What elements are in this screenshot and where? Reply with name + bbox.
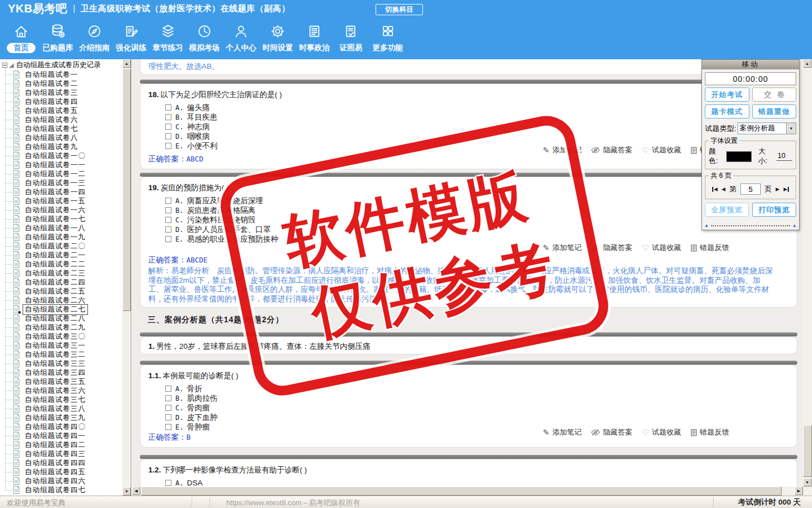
question-divider	[140, 80, 797, 84]
option-row[interactable]: D. 皮下血肿	[165, 413, 797, 422]
answer-value: ABCDE	[187, 256, 208, 264]
paper-doc-icon	[13, 323, 20, 331]
option-row[interactable]: C. 骨肉瘤	[165, 403, 797, 413]
toolbar-item-mock-exam[interactable]: 模拟考场	[186, 17, 223, 59]
redo-wrong-button[interactable]: 错题重做	[752, 104, 797, 119]
option-checkbox[interactable]	[165, 133, 171, 139]
answer-card-mode-button[interactable]: 题卡模式	[705, 104, 749, 119]
scroll-down-icon[interactable]: ▼	[122, 487, 131, 496]
scroll-left-icon[interactable]: ◀	[132, 487, 140, 495]
question-type-select[interactable]: 案例分析题 ▼	[738, 122, 796, 134]
hide-answer-button[interactable]: 隐藏答案	[591, 427, 632, 437]
content-hscroll-thumb[interactable]	[141, 487, 782, 496]
add-note-button[interactable]: ✎添加笔记	[543, 243, 582, 253]
paper-doc-icon	[13, 278, 20, 286]
logo-divider: |	[73, 3, 75, 14]
toolbar-item-more[interactable]: 更多功能	[369, 17, 406, 59]
last-page-icon[interactable]: ▶	[783, 187, 789, 192]
toolbar-item-profile[interactable]: 个人中心	[223, 17, 259, 59]
panel-title-bar[interactable]: 移动	[702, 60, 799, 69]
question-stem: 本例最可能的诊断是( )	[163, 371, 239, 380]
option-checkbox[interactable]	[165, 143, 171, 149]
option-checkbox[interactable]	[165, 207, 171, 213]
scroll-down-icon[interactable]: ▼	[803, 478, 811, 487]
font-size-label: 大小:	[758, 147, 774, 166]
toolbar-item-politics[interactable]: 时事政治	[296, 17, 333, 59]
fullscreen-preview-button[interactable]: 全屏预览	[705, 203, 749, 217]
option-checkbox[interactable]	[165, 480, 171, 486]
feedback-doc-icon	[691, 147, 697, 154]
content-horizontal-scrollbar[interactable]: ◀ ▶	[132, 487, 803, 496]
toolbar-item-time-settings[interactable]: 时间设置	[259, 17, 296, 59]
toolbar-item-chapters[interactable]: 章节练习	[149, 17, 186, 59]
switch-subject-button[interactable]: 切换科目	[376, 4, 423, 15]
option-checkbox[interactable]	[165, 236, 171, 242]
paper-doc-icon	[13, 378, 20, 386]
toolbar-item-home[interactable]: 首页	[3, 17, 39, 59]
favorite-label: 试题收藏	[652, 243, 681, 253]
favorite-button[interactable]: ♡试题收藏	[642, 427, 681, 437]
case-number: 1.	[148, 342, 155, 351]
option-checkbox[interactable]	[165, 104, 171, 111]
page-number-input[interactable]: 5	[740, 183, 761, 195]
content-vertical-scrollbar[interactable]: ▲ ▼	[803, 59, 812, 487]
option-checkbox[interactable]	[165, 395, 171, 401]
option-letter: E.	[175, 423, 183, 431]
toolbar-item-label: 证照易	[339, 43, 363, 53]
certificate-check-icon	[343, 21, 359, 41]
next-page-icon[interactable]: ▶	[776, 187, 780, 192]
prev-page-icon[interactable]: ◀	[722, 187, 726, 192]
heart-icon: ♡	[642, 146, 649, 155]
option-row[interactable]: B. 肌肉拉伤	[165, 393, 797, 403]
option-row[interactable]: A. 骨折	[165, 384, 797, 393]
previous-analysis-text: 理性肥大。故选AB。	[148, 62, 219, 71]
toolbar-item-purchased[interactable]: 已购题库	[39, 17, 76, 59]
option-checkbox[interactable]	[165, 424, 171, 430]
start-exam-button[interactable]: 开始考试	[705, 87, 749, 102]
feedback-button[interactable]: 错题反馈	[691, 243, 729, 253]
add-note-label: 添加笔记	[552, 145, 581, 155]
scroll-up-icon[interactable]: ▲	[803, 59, 811, 68]
panel-collapse-strip[interactable]: ▲ ▲	[704, 223, 797, 228]
heart-icon: ♡	[642, 243, 649, 252]
hide-answer-button[interactable]: 隐藏答案	[591, 243, 632, 253]
option-checkbox[interactable]	[165, 226, 171, 233]
first-page-icon[interactable]: ◀	[712, 187, 718, 192]
scroll-right-icon[interactable]: ▶	[795, 487, 803, 495]
favorite-button[interactable]: ♡试题收藏	[642, 243, 681, 253]
option-checkbox[interactable]	[165, 405, 171, 411]
collapse-icon[interactable]	[2, 63, 7, 68]
tree-root[interactable]: ◢ 自动组题生成试卷历史记录	[0, 60, 122, 70]
content-scroll-thumb[interactable]	[803, 425, 812, 477]
print-preview-button[interactable]: 打印预览	[752, 203, 796, 217]
option-checkbox[interactable]	[165, 114, 171, 120]
add-note-button[interactable]: ✎添加笔记	[543, 427, 582, 437]
scroll-up-icon[interactable]: ▲	[122, 59, 131, 68]
sidebar-scroll-thumb[interactable]	[122, 68, 131, 311]
toolbar-item-training[interactable]: 强化训练	[113, 17, 149, 59]
chevron-down-icon[interactable]: ▼	[786, 123, 796, 134]
paper-doc-icon	[13, 296, 20, 304]
paper-doc-icon	[13, 269, 20, 277]
option-checkbox[interactable]	[165, 414, 171, 421]
question-number: 1.1.	[148, 371, 161, 380]
favorite-button[interactable]: ♡试题收藏	[642, 145, 681, 155]
toolbar-item-guide[interactable]: 介绍指南	[76, 17, 113, 59]
option-checkbox[interactable]	[165, 124, 171, 130]
option-checkbox[interactable]	[165, 386, 171, 392]
font-settings-row: 颜色: 大小: 10	[709, 147, 792, 166]
sidebar-scrollbar[interactable]: ▲ ▼	[122, 59, 131, 496]
toolbar-item-certificate[interactable]: 证照易	[333, 17, 369, 59]
add-note-button[interactable]: ✎添加笔记	[543, 145, 582, 155]
submit-paper-button[interactable]: 交卷	[752, 87, 797, 102]
option-checkbox[interactable]	[165, 198, 171, 204]
answer-label: 正确答案：	[148, 433, 187, 441]
tree-item[interactable]: 自动组题试卷四七	[0, 485, 122, 494]
hide-answer-button[interactable]: 隐藏答案	[591, 145, 632, 155]
font-color-swatch[interactable]	[726, 151, 751, 162]
feedback-button[interactable]: 错题反馈	[691, 427, 729, 437]
hide-answer-label: 隐藏答案	[603, 427, 632, 437]
font-size-input[interactable]: 10	[776, 152, 792, 161]
option-checkbox[interactable]	[165, 217, 171, 223]
question-text: 18.以下为足少阳胆经穴主治病证的是( )	[140, 84, 797, 100]
